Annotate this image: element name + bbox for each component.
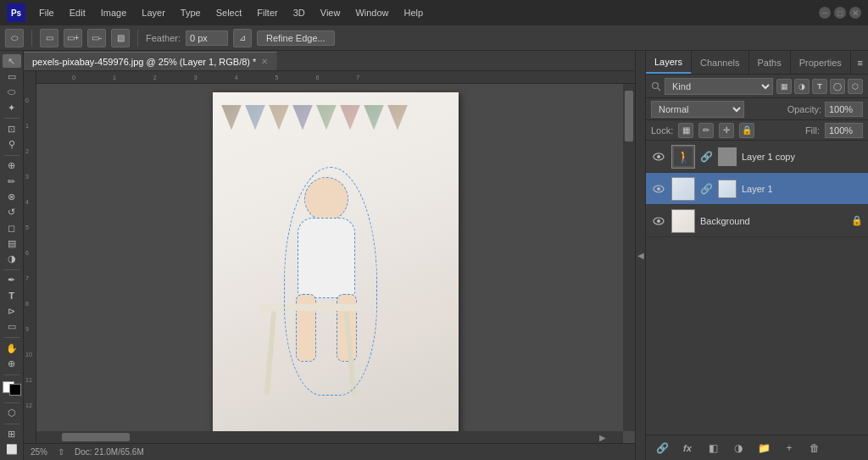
menu-type[interactable]: Type xyxy=(174,6,208,19)
menu-filter[interactable]: Filter xyxy=(250,6,284,19)
tool-dodge[interactable]: ◑ xyxy=(3,252,21,266)
menu-edit[interactable]: Edit xyxy=(63,6,92,19)
tool-marquee[interactable]: ▭ xyxy=(3,69,21,83)
vertical-scrollbar[interactable] xyxy=(623,84,635,431)
tool-magic-wand[interactable]: ✦ xyxy=(3,101,21,114)
tool-screen-mode[interactable]: ⊞ xyxy=(3,427,21,441)
tool-options-sub[interactable]: ▭- xyxy=(87,29,106,47)
blend-mode-select[interactable]: Normal xyxy=(651,101,744,118)
maximize-button[interactable]: □ xyxy=(834,7,846,19)
left-toolbar: ↖ ▭ ⬭ ✦ ⊡ ⚲ ⊕ ✏ ⊗ ↺ ◻ ▤ ◑ ✒ T ⊳ ▭ ✋ ⊕ ⬡ … xyxy=(0,51,24,460)
layer-thumbnail-copy: 🚶 xyxy=(671,145,695,169)
horizontal-scrollbar-thumb[interactable] xyxy=(62,433,130,441)
background-color[interactable] xyxy=(9,384,21,396)
tab-channels[interactable]: Channels xyxy=(692,51,748,74)
menu-layer[interactable]: Layer xyxy=(135,6,172,19)
lock-all-button[interactable]: 🔒 xyxy=(739,123,754,138)
minimize-button[interactable]: ─ xyxy=(819,7,831,19)
menu-help[interactable]: Help xyxy=(398,6,431,19)
lock-image-button[interactable]: ✏ xyxy=(698,123,714,138)
tab-properties[interactable]: Properties xyxy=(791,51,851,74)
panel-options-menu[interactable]: ≡ xyxy=(853,51,868,74)
layer-visibility-1[interactable] xyxy=(651,181,666,197)
link-layers-button[interactable]: 🔗 xyxy=(653,440,671,457)
tab-layers[interactable]: Layers xyxy=(646,51,692,74)
menu-file[interactable]: File xyxy=(32,6,61,19)
tool-history[interactable]: ↺ xyxy=(3,206,21,219)
adjustment-button[interactable]: ◑ xyxy=(729,440,748,457)
tool-path[interactable]: ⊳ xyxy=(3,304,21,318)
layer-mask-thumbnail-copy xyxy=(718,147,737,166)
fill-input[interactable] xyxy=(825,123,863,138)
add-mask-button[interactable]: ◧ xyxy=(704,440,722,457)
tool-options-add[interactable]: ▭+ xyxy=(64,29,82,47)
tool-options-rect[interactable]: ▭ xyxy=(40,29,58,47)
layer-link-icon-1: 🔗 xyxy=(700,183,713,195)
tool-lasso[interactable]: ⬭ xyxy=(3,86,21,99)
tool-move[interactable]: ↖ xyxy=(3,54,21,68)
tool-type[interactable]: T xyxy=(3,289,21,302)
tab-close-button[interactable]: ✕ xyxy=(261,57,268,66)
opacity-input[interactable] xyxy=(825,102,863,117)
tab-paths[interactable]: Paths xyxy=(749,51,791,74)
filter-kind-select[interactable]: Kind xyxy=(665,78,773,95)
blend-opacity-row: Normal Opacity: xyxy=(646,98,868,120)
filter-smart-icon[interactable]: ⬡ xyxy=(848,79,863,94)
tool-options-intersect[interactable]: ▧ xyxy=(111,29,130,47)
filter-pixel-icon[interactable]: ▦ xyxy=(776,79,792,94)
tool-shape[interactable]: ▭ xyxy=(3,320,21,334)
new-group-button[interactable]: 📁 xyxy=(754,440,773,457)
layer-visibility-copy[interactable] xyxy=(651,149,666,164)
search-icon xyxy=(651,81,661,91)
tool-quick-mask[interactable]: ⬡ xyxy=(3,406,21,419)
document-tab[interactable]: pexels-pixabay-459976.jpg @ 25% (Layer 1… xyxy=(24,52,277,70)
menu-view[interactable]: View xyxy=(314,6,348,19)
canvas-container[interactable]: ▶ xyxy=(36,84,635,443)
filter-type-icon[interactable]: T xyxy=(812,79,827,94)
layer-item-copy[interactable]: 🚶 🔗 Layer 1 copy xyxy=(646,141,868,173)
panel-body: Kind ▦ ◑ T ◯ ⬡ Normal Opacity: xyxy=(646,75,868,435)
delete-layer-button[interactable]: 🗑 xyxy=(805,440,824,457)
tool-gradient[interactable]: ▤ xyxy=(3,236,21,250)
svg-point-5 xyxy=(657,187,660,191)
horizontal-scrollbar[interactable]: ▶ xyxy=(36,431,623,443)
menu-3d[interactable]: 3D xyxy=(287,6,312,19)
menu-image[interactable]: Image xyxy=(94,6,134,19)
foreground-background-colors[interactable] xyxy=(3,381,21,395)
tool-hand[interactable]: ✋ xyxy=(3,341,21,355)
filter-adjust-icon[interactable]: ◑ xyxy=(794,79,810,94)
new-layer-button[interactable]: + xyxy=(780,440,798,457)
layer-visibility-bg[interactable] xyxy=(651,213,666,229)
layers-panel: Layers Channels Paths Properties ≡ Kind … xyxy=(645,51,868,460)
tool-brush[interactable]: ✏ xyxy=(3,175,21,188)
tool-heal[interactable]: ⊕ xyxy=(3,159,21,173)
tool-frame[interactable]: ⬜ xyxy=(3,443,21,457)
panel-bottom-bar: 🔗 fx ◧ ◑ 📁 + 🗑 xyxy=(646,435,868,460)
vertical-scrollbar-thumb[interactable] xyxy=(625,91,633,141)
fx-button[interactable]: fx xyxy=(678,440,697,457)
bunting-decoration xyxy=(221,105,450,164)
refine-edge-button[interactable]: Refine Edge... xyxy=(257,30,335,46)
ruler-horizontal: 0 1 2 3 4 5 6 7 xyxy=(36,71,635,84)
tool-eraser[interactable]: ◻ xyxy=(3,221,21,235)
anti-alias-icon[interactable]: ⊿ xyxy=(233,29,252,47)
lock-position-button[interactable]: ✛ xyxy=(719,123,734,138)
layer-item-background[interactable]: Background 🔒 xyxy=(646,205,868,237)
close-button[interactable]: ✕ xyxy=(849,7,861,19)
tool-crop[interactable]: ⊡ xyxy=(3,122,21,136)
status-export-icon[interactable]: ⇧ xyxy=(58,447,64,457)
filter-shape-icon[interactable]: ◯ xyxy=(830,79,845,94)
layer-item-1[interactable]: 🔗 Layer 1 xyxy=(646,173,868,205)
canvas-document xyxy=(213,92,459,435)
menu-window[interactable]: Window xyxy=(348,6,395,19)
lock-transparent-button[interactable]: ▦ xyxy=(678,123,693,138)
tool-eyedropper[interactable]: ⚲ xyxy=(3,137,21,151)
panel-collapse-button[interactable]: ◀ xyxy=(635,51,645,460)
menu-select[interactable]: Select xyxy=(209,6,249,19)
tool-options-lasso[interactable]: ⬭ xyxy=(5,29,24,47)
tool-clone[interactable]: ⊗ xyxy=(3,190,21,203)
tool-zoom[interactable]: ⊕ xyxy=(3,357,21,370)
feather-input[interactable] xyxy=(186,30,228,46)
play-button[interactable]: ▶ xyxy=(599,433,606,442)
tool-pen[interactable]: ✒ xyxy=(3,274,21,287)
